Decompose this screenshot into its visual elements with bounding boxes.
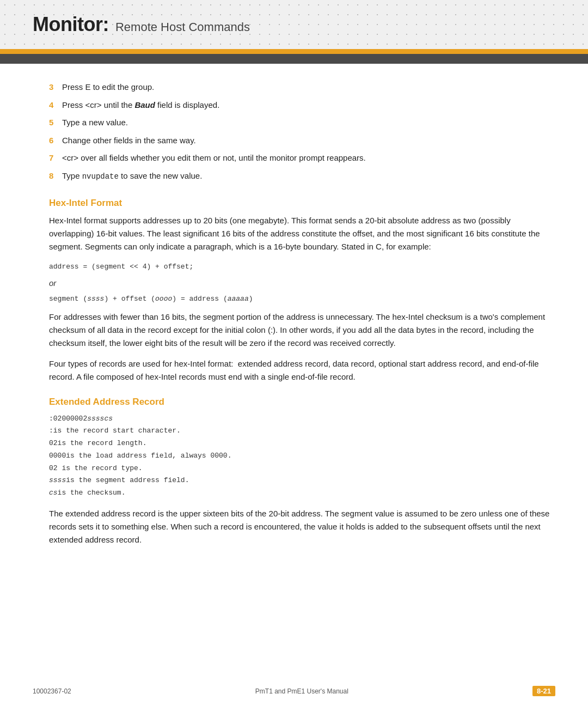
list-item: 6 Change other fields in the same way.: [49, 135, 555, 147]
list-item: 5 Type a new value.: [49, 117, 555, 129]
step-text-4: Press <cr> until the Baud field is displ…: [62, 99, 555, 112]
hex-intel-para-2: For addresses with fewer than 16 bits, t…: [49, 311, 555, 350]
page-title: Monitor: Remote Host Commands: [33, 13, 250, 36]
list-item: 4 Press <cr> until the Baud field is dis…: [49, 99, 555, 112]
step-number-6: 6: [49, 135, 62, 147]
hex-intel-para-3: Four types of records are used for hex-I…: [49, 357, 555, 384]
orange-divider-bar: [0, 49, 588, 54]
main-content: 3 Press E to edit the group. 4 Press <cr…: [0, 64, 588, 571]
page-subtitle: Remote Host Commands: [115, 20, 250, 34]
list-item: 7 <cr> over all fields whether you edit …: [49, 152, 555, 165]
footer-manual-title: PmT1 and PmE1 User's Manual: [255, 687, 348, 695]
section-heading-hex-intel: Hex-Intel Format: [49, 198, 555, 209]
section-heading-extended: Extended Address Record: [49, 397, 555, 407]
baud-italic: Baud: [134, 100, 155, 109]
monitor-label: Monitor:: [33, 13, 109, 36]
dot-pattern-header: Monitor: Remote Host Commands: [0, 0, 588, 49]
list-item: 3 Press E to edit the group.: [49, 81, 555, 94]
step-text-6: Change other fields in the same way.: [62, 135, 555, 147]
step-list: 3 Press E to edit the group. 4 Press <cr…: [49, 81, 555, 182]
section-extended-address: Extended Address Record :02000002sssscs …: [49, 397, 555, 546]
hex-intel-para-1: Hex-Intel format supports addresses up t…: [49, 214, 555, 253]
footer-doc-number: 10002367-02: [33, 687, 71, 695]
code-or-label: or: [49, 278, 555, 288]
list-item: 8 Type nvupdate to save the new value.: [49, 170, 555, 182]
code-block-address2: segment (ssss) + offset (oooo) = address…: [49, 293, 555, 305]
code-block-address1: address = (segment << 4) + offset;: [49, 261, 555, 273]
step-text-5: Type a new value.: [62, 117, 555, 129]
code-block-extended: :02000002sssscs :is the record start cha…: [49, 413, 555, 500]
footer: 10002367-02 PmT1 and PmE1 User's Manual …: [0, 686, 588, 696]
step-text-3: Press E to edit the group.: [62, 81, 555, 94]
header: Monitor: Remote Host Commands: [0, 0, 588, 64]
step-number-7: 7: [49, 152, 62, 165]
nvupdate-code: nvupdate: [82, 172, 119, 181]
step-text-7: <cr> over all fields whether you edit th…: [62, 152, 555, 165]
section-hex-intel: Hex-Intel Format Hex-Intel format suppor…: [49, 198, 555, 384]
step-number-5: 5: [49, 117, 62, 129]
footer-page-badge: 8-21: [532, 686, 555, 696]
step-number-8: 8: [49, 170, 62, 182]
step-number-3: 3: [49, 81, 62, 94]
step-number-4: 4: [49, 99, 62, 112]
extended-address-para: The extended address record is the upper…: [49, 507, 555, 546]
dark-divider-bar: [0, 54, 588, 64]
step-text-8: Type nvupdate to save the new value.: [62, 170, 555, 182]
